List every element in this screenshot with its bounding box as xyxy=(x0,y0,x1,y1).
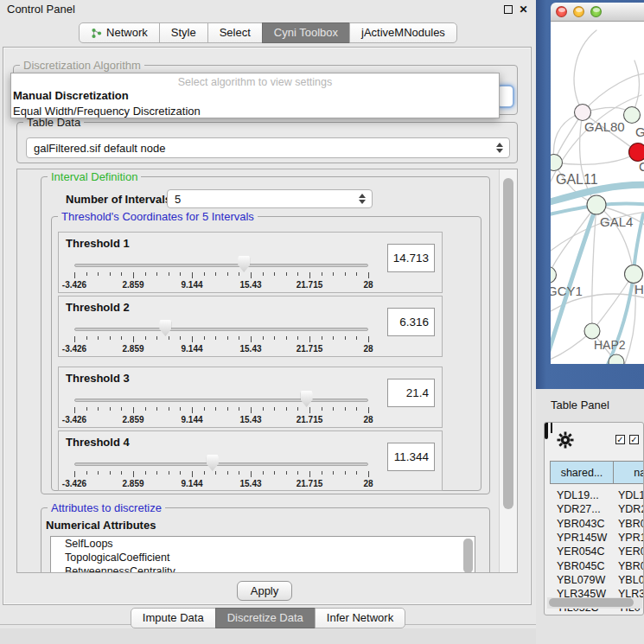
network-edge-thick[interactable] xyxy=(634,214,643,273)
table-row-cell[interactable]: YDR27... xyxy=(557,503,601,515)
vertical-scrollbar[interactable] xyxy=(499,169,517,572)
threshold-value-input[interactable] xyxy=(387,308,435,336)
network-node[interactable] xyxy=(551,267,557,284)
scrollbar-thumb[interactable] xyxy=(549,598,634,607)
network-node[interactable] xyxy=(587,195,606,214)
slider-thumb[interactable] xyxy=(301,391,313,407)
table-row-cell[interactable]: YER054C xyxy=(557,545,605,558)
float-window-icon[interactable] xyxy=(502,4,513,16)
tick-label: -3.426 xyxy=(62,479,86,488)
tick-label: 21.715 xyxy=(296,280,323,290)
network-node[interactable] xyxy=(584,323,600,339)
apply-button[interactable]: Apply xyxy=(237,581,292,601)
network-node[interactable] xyxy=(575,105,591,121)
table-data-value: galFiltered.sif default node xyxy=(34,142,165,155)
column-header-shared-name[interactable]: shared... xyxy=(550,461,614,484)
table-row-cell[interactable]: YBL0 xyxy=(618,574,644,586)
network-edge[interactable] xyxy=(574,30,596,112)
tab-infer-network[interactable]: Infer Network xyxy=(315,608,405,628)
table-row-cell[interactable]: YDL1 xyxy=(618,489,644,501)
zoom-traffic-light[interactable] xyxy=(590,6,602,17)
table-row-cell[interactable]: YBR045C xyxy=(557,560,605,572)
attribute-list-item[interactable]: BetweennessCentrality xyxy=(51,564,475,572)
network-node-label: GCY1 xyxy=(551,284,583,298)
tab-label: Select xyxy=(220,23,251,42)
close-traffic-light[interactable] xyxy=(556,6,567,17)
table-row-cell[interactable]: YBR0 xyxy=(618,560,644,572)
dropdown-hint: Select algorithm to view settings xyxy=(11,73,499,88)
network-node[interactable] xyxy=(625,265,643,284)
tick-label: 28 xyxy=(363,280,373,290)
tab-jactivemnodules[interactable]: jActiveMNodules xyxy=(349,22,457,43)
network-node-label: H xyxy=(634,282,644,296)
numerical-attributes-list[interactable]: SelfLoopsTopologicalCoefficientBetweenne… xyxy=(50,536,475,572)
network-window-titlebar[interactable] xyxy=(551,3,644,22)
network-node[interactable] xyxy=(551,155,563,171)
tab-discretize-data[interactable]: Discretize Data xyxy=(215,608,316,628)
slider-thumb[interactable] xyxy=(207,455,219,471)
tick-label: 28 xyxy=(363,344,373,354)
table-row-cell[interactable]: YBL079W xyxy=(557,574,605,586)
table-row-cell[interactable]: YER0 xyxy=(618,545,644,558)
network-node-label: GAL80 xyxy=(584,119,625,134)
tab-select[interactable]: Select xyxy=(207,22,263,43)
table-row-cell[interactable]: YBR0 xyxy=(618,518,644,530)
network-edge[interactable] xyxy=(592,205,596,330)
tick-label: 9.144 xyxy=(181,280,202,290)
slider-thumb[interactable] xyxy=(238,256,250,272)
tick-label: 9.144 xyxy=(181,415,202,424)
table-row-cell[interactable]: YPR1 xyxy=(618,532,644,544)
table-data-combobox[interactable]: galFiltered.sif default node xyxy=(26,137,510,158)
algorithm-option[interactable]: Manual Discretization xyxy=(11,88,499,104)
slider-track[interactable] xyxy=(74,462,368,466)
network-edge[interactable] xyxy=(592,275,633,331)
close-icon[interactable]: ✕ xyxy=(518,4,529,16)
threshold-value-input[interactable] xyxy=(387,379,435,407)
settings-viewport: Interval Definition Number of Intervals … xyxy=(17,169,499,572)
table-row-cell[interactable]: YPR145W xyxy=(557,532,607,544)
attribute-list-item[interactable]: SelfLoops xyxy=(51,537,475,551)
network-node[interactable] xyxy=(624,107,641,124)
column-header-name[interactable]: name xyxy=(613,461,644,484)
tick-label: 9.144 xyxy=(181,479,202,488)
threshold-value-input[interactable] xyxy=(387,244,435,272)
table-row-cell[interactable]: YBR043C xyxy=(557,518,605,530)
spinner-arrows-icon[interactable] xyxy=(357,190,367,207)
table-row-cell[interactable]: YDL19... xyxy=(557,489,599,501)
network-edge[interactable] xyxy=(551,205,596,274)
tick-label: 2.859 xyxy=(122,280,143,290)
tick-label: 28 xyxy=(363,415,373,424)
threshold-label: Threshold 3 xyxy=(66,372,130,385)
slider-track[interactable] xyxy=(74,264,368,267)
cyni-toolbox-panel: Discretization Algorithm Table Data galF… xyxy=(3,47,532,605)
control-panel-titlebar: Control Panel ✕ xyxy=(0,0,536,19)
horizontal-scrollbar[interactable] xyxy=(547,597,642,609)
gear-icon[interactable] xyxy=(557,431,574,452)
split-columns-icon[interactable] xyxy=(545,422,548,439)
tab-cyni-toolbox[interactable]: Cyni Toolbox xyxy=(262,22,350,43)
checkbox-checked-icon[interactable]: ✓ xyxy=(629,435,639,444)
list-scrollbar[interactable] xyxy=(463,539,473,572)
threshold-slider-4[interactable]: -3.4262.8599.14415.4321.71528 xyxy=(74,452,368,490)
spinner-arrows-icon[interactable] xyxy=(494,138,505,157)
threshold-value-input[interactable] xyxy=(387,443,435,471)
tab-impute-data[interactable]: Impute Data xyxy=(131,608,216,628)
network-view-canvas[interactable]: GAL80GACGAL11GAL4GCY1HHAP2 xyxy=(551,22,644,364)
slider-thumb[interactable] xyxy=(159,320,171,336)
tab-label: Impute Data xyxy=(143,609,204,628)
table-panel: ✓ ✓ shared... name YDL19...YDL1YDR27...Y… xyxy=(544,422,644,615)
number-of-intervals-combobox[interactable]: 5 xyxy=(167,189,373,208)
tab-style[interactable]: Style xyxy=(159,22,208,43)
attribute-list-item[interactable]: TopologicalCoefficient xyxy=(51,551,475,564)
minimize-traffic-light[interactable] xyxy=(573,6,584,17)
scrollbar-thumb[interactable] xyxy=(503,178,513,509)
slider-track[interactable] xyxy=(74,399,368,402)
table-row-cell[interactable]: YDR2 xyxy=(618,503,644,515)
threshold-slider-2[interactable]: -3.4262.8599.14415.4321.71528 xyxy=(74,317,368,355)
checkbox-checked-icon[interactable]: ✓ xyxy=(615,435,625,444)
algorithm-option[interactable]: Equal Width/Frequency Discretization xyxy=(11,104,499,119)
threshold-slider-1[interactable]: -3.4262.8599.14415.4321.71528 xyxy=(74,253,368,291)
tab-network[interactable]: Network xyxy=(79,22,160,43)
slider-track[interactable] xyxy=(74,328,368,331)
threshold-slider-3[interactable]: -3.4262.8599.14415.4321.71528 xyxy=(74,388,368,426)
